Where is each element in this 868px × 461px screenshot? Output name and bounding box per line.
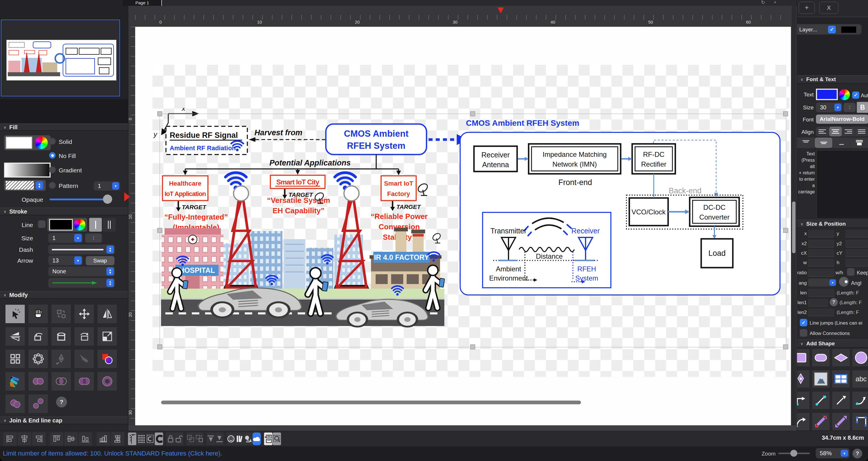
len-help-button[interactable]: ?	[830, 298, 838, 306]
receiver-antenna-box[interactable]: Receiver Antenna	[474, 146, 517, 172]
rotate-both-tool[interactable]	[51, 327, 71, 346]
shape-elbow-arrow[interactable]	[797, 391, 810, 409]
distribute-horizontal-button[interactable]	[97, 432, 110, 445]
stroke-size-dropdown[interactable]: 1 ▾	[48, 233, 83, 243]
line-jumps-checkbox[interactable]: ✓	[800, 319, 807, 326]
bold-button[interactable]: B	[857, 102, 868, 113]
align-right-edges-button[interactable]	[32, 432, 45, 445]
load-box[interactable]: Load	[701, 239, 733, 268]
imn-box[interactable]: Impedance Matching Network (IMN)	[529, 144, 621, 174]
insert-text-button[interactable]: abc	[852, 370, 868, 388]
stroke-size-stepper[interactable]: ▴▾	[85, 233, 102, 242]
flip-vertical-tool[interactable]	[5, 327, 25, 346]
rulers-toggle-button[interactable]	[128, 433, 136, 445]
h-field[interactable]	[845, 259, 868, 266]
combine-tool[interactable]	[74, 372, 94, 391]
scale-tool[interactable]	[97, 327, 117, 346]
selection-handle[interactable]	[157, 228, 162, 233]
rotate-ccw-tool[interactable]	[28, 327, 48, 346]
panel-collapse-marker-icon[interactable]	[124, 192, 130, 201]
vertical-scrollbar[interactable]	[792, 6, 796, 425]
selection-handle[interactable]	[157, 344, 162, 349]
align-left-button[interactable]	[816, 126, 829, 136]
w-field[interactable]	[808, 259, 834, 266]
align-bottom-edges-button[interactable]	[79, 432, 92, 445]
smart-factory-box[interactable]: Smart IoT Factory	[381, 176, 416, 201]
arrow-count-dropdown[interactable]: 13 ▾	[48, 256, 83, 265]
fill-pattern-well[interactable]: ▴▾	[4, 180, 46, 191]
fill-section-header[interactable]: ∨ Fill	[0, 124, 128, 131]
x-field[interactable]	[808, 230, 834, 237]
page-width-marker-icon[interactable]	[498, 7, 504, 13]
healthcare-box[interactable]: Healthcare IoT Application	[162, 176, 208, 201]
pen-edit-tool[interactable]	[51, 349, 71, 368]
emoji-library-button[interactable]	[227, 433, 235, 445]
keep-ratio-checkbox[interactable]	[847, 268, 855, 276]
single-line-button[interactable]	[89, 218, 102, 232]
shape-rounded-rect[interactable]	[812, 349, 830, 367]
cmos-system-box[interactable]: CMOS Ambient RFEH System	[326, 124, 427, 154]
swatch-fan-tool[interactable]	[5, 372, 25, 391]
align-center-button[interactable]	[829, 126, 842, 136]
transform-tool[interactable]	[51, 305, 71, 323]
style-brush-tool[interactable]	[74, 349, 94, 368]
shapes-library-button[interactable]	[244, 433, 252, 445]
page-thumbnail[interactable]	[6, 40, 117, 81]
layer-visible-checkbox[interactable]: ✓	[828, 26, 836, 33]
double-line-button[interactable]	[103, 218, 116, 232]
align-middle-button[interactable]	[64, 432, 78, 445]
align-right-button[interactable]	[842, 126, 855, 136]
refresh-icon[interactable]: ↻	[761, 0, 765, 5]
layer-row[interactable]: Layer... ✓	[797, 24, 861, 34]
ang-dropdown[interactable]: ▾	[808, 279, 837, 287]
text-entry-area[interactable]	[816, 150, 868, 219]
group-grid-tool[interactable]	[5, 349, 25, 368]
font-text-header[interactable]: ∨ Font & Text	[797, 76, 868, 83]
color-wheel-icon[interactable]	[35, 136, 48, 149]
backend-label[interactable]: Back-end	[669, 186, 702, 195]
zoom-slider-knob[interactable]	[790, 450, 797, 457]
selection-handle[interactable]	[470, 344, 475, 349]
angle-knob[interactable]	[839, 277, 849, 287]
arrow-preview-dropdown[interactable]: ▴▾	[48, 278, 115, 288]
align-center-vertical-button[interactable]	[18, 432, 31, 445]
horizontal-scrollbar[interactable]	[161, 401, 581, 404]
color-wheel-icon[interactable]	[74, 219, 86, 231]
x2-field[interactable]	[808, 240, 834, 248]
opacity-slider[interactable]	[50, 199, 106, 200]
unlock-button[interactable]	[175, 433, 183, 445]
ungroup-button[interactable]	[195, 433, 203, 445]
dash-dropdown[interactable]: ▴▾	[48, 244, 115, 254]
upgrade-link[interactable]: Limit number of items allowed: 100. Unlo…	[3, 450, 222, 457]
pattern-count-dropdown[interactable]: 1 ▾	[94, 181, 120, 191]
insert-image-button[interactable]	[812, 370, 830, 388]
distribute-vertical-button[interactable]	[111, 432, 124, 445]
shape-double-arrow2[interactable]	[832, 413, 850, 431]
auto-color-checkbox[interactable]: ✓	[852, 91, 859, 99]
delete-layer-button[interactable]: X	[819, 2, 838, 14]
modify-section-header[interactable]: ∨ Modify	[0, 291, 128, 299]
snap-magnet-button[interactable]	[155, 433, 163, 445]
fill-gradient-radio[interactable]	[49, 166, 56, 173]
union-tool[interactable]	[28, 372, 48, 391]
stroke-section-header[interactable]: ∨ Stroke	[0, 208, 128, 215]
line-color-swatch[interactable]	[49, 219, 73, 231]
pan-tool[interactable]	[28, 305, 48, 323]
y2-field[interactable]	[845, 240, 868, 248]
shape-curve2[interactable]	[797, 413, 810, 431]
swap-button[interactable]: Swap	[86, 256, 115, 265]
selection-handle[interactable]	[783, 111, 788, 116]
move-tool[interactable]	[74, 305, 94, 323]
selection-handle[interactable]	[783, 228, 788, 233]
shape-pen[interactable]	[797, 370, 810, 388]
vco-box[interactable]: VCO/Clock	[629, 198, 668, 226]
font-family-button[interactable]: ArialNarrow-Bold	[816, 115, 868, 124]
selection-handle[interactable]	[470, 111, 475, 116]
len-field[interactable]	[808, 289, 834, 297]
potential-label[interactable]: Potential Applications	[270, 159, 351, 167]
modify-help-button[interactable]: ?	[56, 397, 67, 407]
text-color-swatch[interactable]	[816, 89, 838, 100]
flatten-top-button[interactable]	[207, 433, 215, 445]
align-top-edges-button[interactable]	[50, 432, 63, 445]
fill-color-well[interactable]	[4, 135, 51, 150]
